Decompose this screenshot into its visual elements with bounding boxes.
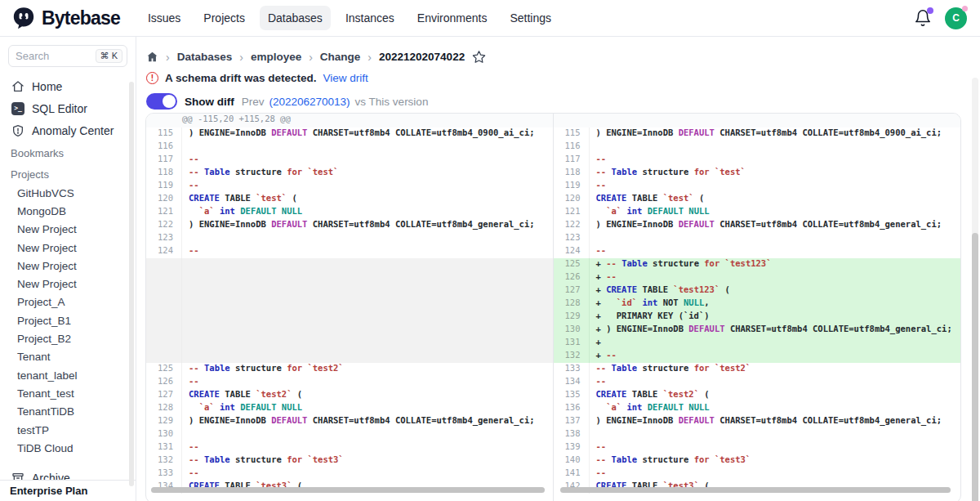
notifications-button[interactable] <box>914 9 932 27</box>
sidebar-item-home[interactable]: Home <box>8 75 127 97</box>
view-drift-link[interactable]: View drift <box>323 72 368 84</box>
code-line <box>182 324 553 337</box>
vs-label: vs This version <box>355 96 429 108</box>
main-nav: IssuesProjectsDatabasesInstancesEnvironm… <box>140 6 559 30</box>
code-line: CREATE TABLE `test2` ( <box>590 389 961 402</box>
show-diff-toggle[interactable] <box>146 93 177 110</box>
brand[interactable]: Bytebase <box>11 6 120 30</box>
sidebar-item-sql-editor[interactable]: >_ SQL Editor <box>8 97 127 119</box>
sidebar-project-item[interactable]: Project_A <box>8 293 127 311</box>
search-input-wrap[interactable]: ⌘ K <box>8 45 127 67</box>
code-line: `a` int DEFAULT NULL <box>182 206 553 219</box>
code-line <box>182 428 553 441</box>
nav-item-projects[interactable]: Projects <box>195 6 253 30</box>
line-number: 117 <box>146 154 182 167</box>
line-number: 136 <box>554 402 590 415</box>
nav-item-settings[interactable]: Settings <box>501 6 559 30</box>
line-number <box>146 284 182 297</box>
line-number: 120 <box>146 193 182 206</box>
sidebar-project-item[interactable]: GitHubVCS <box>8 184 127 202</box>
line-number: 125 <box>554 258 590 271</box>
sidebar-project-item[interactable]: New Project <box>8 257 127 275</box>
sidebar-project-item[interactable]: TiDB Cloud <box>8 439 127 457</box>
plan-label: Enterprise Plan <box>10 485 87 497</box>
code-line: -- Table structure for `test` <box>182 167 553 180</box>
sidebar-project-item[interactable]: New Project <box>8 275 127 293</box>
sidebar-project-item[interactable]: tenant_label <box>8 366 127 384</box>
line-number: 126 <box>146 376 182 389</box>
line-number: 139 <box>554 441 590 454</box>
code-line: `a` int DEFAULT NULL <box>590 402 961 415</box>
code-line <box>590 232 961 245</box>
nav-item-issues[interactable]: Issues <box>140 6 189 30</box>
schema-drift-alert: ! A schema drift was detected. View drif… <box>146 72 980 84</box>
sidebar-scrollbar[interactable] <box>129 82 134 486</box>
breadcrumb-home-icon[interactable] <box>146 51 158 63</box>
diff-code-row: 128 `a` int DEFAULT NULL <box>146 402 553 415</box>
sidebar-item-anomaly-center[interactable]: Anomaly Center <box>8 119 127 141</box>
nav-item-environments[interactable]: Environments <box>409 6 496 30</box>
code-line: ) ENGINE=InnoDB DEFAULT CHARSET=utf8mb4 … <box>590 219 961 232</box>
search-input[interactable] <box>16 50 81 62</box>
breadcrumb-item-databases[interactable]: Databases <box>177 51 233 63</box>
nav-item-databases[interactable]: Databases <box>260 6 331 30</box>
line-number: 129 <box>554 311 590 324</box>
diff-added-row: 130+ ) ENGINE=InnoDB DEFAULT CHARSET=utf… <box>554 324 961 337</box>
code-line: -- Table structure for `test3` <box>590 454 961 467</box>
sidebar-project-item[interactable]: testTP <box>8 421 127 439</box>
code-line: -- <box>590 467 961 481</box>
diff-code-row: 127CREATE TABLE `test2` ( <box>146 389 553 402</box>
sidebar-project-item[interactable]: New Project <box>8 239 127 257</box>
diff-code-row: 116 <box>554 141 961 154</box>
line-number: 133 <box>146 467 182 481</box>
code-line: -- <box>590 245 961 258</box>
sidebar-project-item[interactable]: Project_B1 <box>8 311 127 329</box>
code-line: + ) ENGINE=InnoDB DEFAULT CHARSET=utf8mb… <box>590 324 961 337</box>
diff-code-row: 133-- <box>146 467 553 481</box>
breadcrumb-item-employee[interactable]: employee <box>251 51 301 63</box>
sidebar-project-item[interactable]: TenantTiDB <box>8 403 127 421</box>
sidebar-project-item[interactable]: Tenant_test <box>8 384 127 402</box>
brand-name: Bytebase <box>42 7 120 29</box>
code-line: ) ENGINE=InnoDB DEFAULT CHARSET=utf8mb4 … <box>182 219 553 232</box>
horizontal-scrollbar-old[interactable] <box>151 487 545 493</box>
page-scrollbar-thumb[interactable] <box>972 233 978 501</box>
diff-placeholder-row <box>146 297 553 311</box>
enterprise-plan-link[interactable]: Enterprise Plan <box>0 480 136 501</box>
code-line <box>182 141 553 154</box>
diff-hunk-header <box>554 114 961 127</box>
line-number: 131 <box>554 337 590 350</box>
prev-version-link[interactable]: (202206270013) <box>270 96 350 108</box>
diff-code-row: 124-- <box>554 245 961 258</box>
diff-placeholder-row <box>146 284 553 297</box>
star-icon[interactable] <box>472 50 486 64</box>
avatar-initial: C <box>952 12 960 24</box>
code-line: `a` int DEFAULT NULL <box>182 402 553 415</box>
diff-added-row: 127+ CREATE TABLE `test123` ( <box>554 284 961 297</box>
sidebar-project-item[interactable]: MongoDB <box>8 202 127 220</box>
sidebar-project-item[interactable]: Tenant <box>8 348 127 366</box>
horizontal-scrollbar-new[interactable] <box>560 487 951 493</box>
code-line: ) ENGINE=InnoDB DEFAULT CHARSET=utf8mb4 … <box>590 415 961 428</box>
line-number: 132 <box>146 454 182 467</box>
line-number: 123 <box>146 232 182 245</box>
sidebar-project-item[interactable]: Project_B2 <box>8 329 127 347</box>
sidebar: ⌘ K Home >_ SQL Editor Anomaly Center Bo… <box>0 37 136 501</box>
sidebar-item-label: Anomaly Center <box>32 124 114 137</box>
breadcrumb-item-change[interactable]: Change <box>320 51 361 63</box>
diff-toolbar: Show diff Prev (202206270013) vs This ve… <box>146 93 980 110</box>
sidebar-project-item[interactable]: New Project <box>8 221 127 239</box>
code-line <box>182 271 553 284</box>
avatar[interactable]: C <box>945 7 967 29</box>
line-number: 124 <box>554 245 590 258</box>
line-number: 126 <box>554 271 590 284</box>
line-number <box>146 258 182 271</box>
breadcrumb-separator: › <box>166 51 170 64</box>
diff-code-row: 121 `a` int DEFAULT NULL <box>554 206 961 219</box>
nav-item-instances[interactable]: Instances <box>337 6 403 30</box>
diff-code-row: 124-- <box>146 245 553 258</box>
line-number: 128 <box>146 402 182 415</box>
line-number: 119 <box>554 180 590 193</box>
line-number: 128 <box>554 297 590 311</box>
line-number: 120 <box>554 193 590 206</box>
